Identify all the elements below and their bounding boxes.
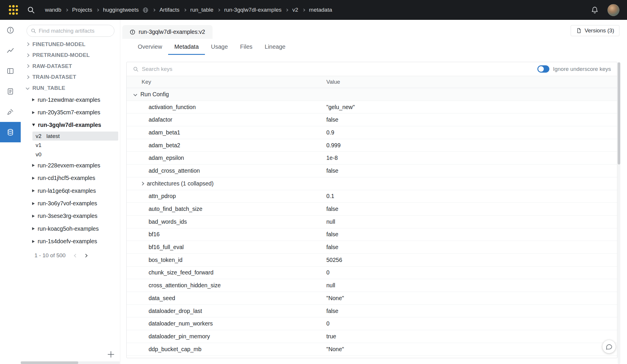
tree-item-run[interactable]: run-3gqlw7dl-examples: [21, 119, 120, 131]
table-row[interactable]: activation_function"gelu_new": [127, 101, 617, 114]
breadcrumb-item[interactable]: huggingtweets: [103, 7, 139, 13]
pagination-next-icon[interactable]: [82, 252, 90, 259]
rail-item-workspace[interactable]: [0, 40, 21, 61]
table-row[interactable]: adafactorfalse: [127, 113, 617, 126]
table-row[interactable]: dataloader_drop_lastfalse: [127, 305, 617, 318]
artifact-search-input[interactable]: [39, 28, 110, 34]
table-row[interactable]: bf16_full_evalfalse: [127, 241, 617, 254]
sidebar-horizontal-scrollbar[interactable]: [21, 361, 120, 364]
tree-item-run[interactable]: run-228evxem-examples: [21, 159, 120, 172]
tab-files[interactable]: Files: [234, 39, 259, 55]
notifications-bell-icon[interactable]: [591, 6, 599, 14]
key-cell: bf16_full_eval: [127, 244, 326, 251]
tree-group-run_table[interactable]: RUN_TABLE: [21, 83, 120, 94]
rail-item-artifacts[interactable]: [0, 122, 21, 142]
artifact-version-tab[interactable]: run-3gqlw7dl-examples:v2: [122, 25, 213, 39]
tab-overview[interactable]: Overview: [132, 39, 168, 55]
tree-item-run[interactable]: run-20y35cm7-examples: [21, 106, 120, 119]
table-row[interactable]: cross_attention_hidden_sizenull: [127, 279, 617, 292]
table-row[interactable]: adam_beta20.999: [127, 139, 617, 152]
breadcrumb-item[interactable]: Projects: [72, 7, 92, 13]
table-row[interactable]: bad_words_idsnull: [127, 216, 617, 228]
key-cell: bf16: [127, 231, 326, 238]
tab-metadata[interactable]: Metadata: [168, 39, 205, 55]
rail-item-overview[interactable]: [0, 20, 21, 40]
tab-usage[interactable]: Usage: [205, 39, 234, 55]
tree-item-run[interactable]: run-3o6y7vof-examples: [21, 197, 120, 210]
rail-item-panels[interactable]: [0, 61, 21, 81]
tree-item-run[interactable]: run-1s4doefv-examples: [21, 235, 120, 248]
tree-item-run[interactable]: run-cd1jhcf5-examples: [21, 172, 120, 184]
tree-item-run[interactable]: run-la1ge6qt-examples: [21, 185, 120, 197]
caret-right-icon: [32, 189, 35, 192]
column-header-key: Key: [127, 79, 326, 85]
user-avatar[interactable]: [607, 4, 619, 16]
table-row[interactable]: data_seed"None": [127, 292, 617, 305]
key-cell: adam_epsilon: [127, 155, 326, 161]
value-cell: false: [326, 244, 617, 251]
rail-item-reports[interactable]: [0, 81, 21, 102]
reports-icon: [6, 88, 14, 95]
ignore-underscore-toggle[interactable]: [537, 65, 549, 73]
top-navbar: wandbProjectshuggingtweetsArtifactsrun_t…: [0, 0, 627, 20]
table-row[interactable]: add_cross_attentionfalse: [127, 164, 617, 177]
breadcrumb-item[interactable]: run_table: [190, 7, 213, 13]
table-row[interactable]: dataloader_num_workers0: [127, 317, 617, 330]
key-cell: bos_token_id: [127, 257, 326, 263]
sweeps-icon: [6, 108, 14, 116]
artifact-search-box[interactable]: [27, 25, 114, 37]
pagination-prev-icon[interactable]: [72, 252, 80, 259]
tree-item-run[interactable]: run-3sese3rg-examples: [21, 210, 120, 222]
caret-right-icon: [32, 240, 35, 243]
tree-group-finetuned-model[interactable]: FINETUNED-MODEL: [21, 39, 120, 50]
table-row[interactable]: bf16false: [127, 228, 617, 241]
value-cell: null: [326, 218, 617, 225]
tree-group-train-dataset[interactable]: TRAIN-DATASET: [21, 72, 120, 83]
table-row[interactable]: dataloader_pin_memorytrue: [127, 330, 617, 343]
table-section-row[interactable]: Run Config: [127, 88, 617, 101]
breadcrumb-item[interactable]: wandb: [45, 7, 61, 13]
table-row[interactable]: adam_beta10.9: [127, 126, 617, 139]
tree-group-label: FINETUNED-MODEL: [32, 41, 86, 48]
tree-item-label: run-la1ge6qt-examples: [38, 188, 96, 194]
breadcrumb-item[interactable]: v2: [292, 7, 298, 13]
search-keys-input[interactable]: [142, 66, 282, 72]
breadcrumb-separator-icon: [97, 9, 99, 11]
artifact-tree: FINETUNED-MODELPRETRAINED-MODELRAW-DATAS…: [21, 39, 120, 248]
table-row[interactable]: auto_find_batch_sizefalse: [127, 203, 617, 216]
chevron-right-icon[interactable]: [140, 182, 144, 186]
tree-item-run[interactable]: run-koacg5oh-examples: [21, 223, 120, 235]
artifact-tab-title: run-3gqlw7dl-examples:v2: [139, 29, 205, 35]
wandb-logo[interactable]: [8, 4, 19, 16]
tree-group-raw-dataset[interactable]: RAW-DATASET: [21, 61, 120, 72]
caret-right-icon: [32, 177, 35, 180]
main-content: run-3gqlw7dl-examples:v2 Versions (3) Ov…: [120, 20, 627, 364]
sidebar-scrollbar-thumb[interactable]: [21, 361, 78, 364]
table-row[interactable]: chunk_size_feed_forward0: [127, 267, 617, 279]
table-row[interactable]: attn_pdrop0.1: [127, 190, 617, 203]
tree-group-pretrained-model[interactable]: PRETRAINED-MODEL: [21, 50, 120, 61]
scrollbar-thumb[interactable]: [618, 62, 620, 164]
tree-version-item[interactable]: v0: [21, 150, 120, 159]
versions-button[interactable]: Versions (3): [571, 25, 619, 36]
table-row[interactable]: ddp_bucket_cap_mb"None": [127, 343, 617, 356]
breadcrumb-item[interactable]: run-3gqlw7dl-examples: [224, 7, 281, 13]
help-chat-button[interactable]: [602, 340, 616, 353]
nav-search-icon[interactable]: [27, 6, 35, 14]
tree-version-item[interactable]: v2latest: [32, 132, 118, 141]
tree-version-item[interactable]: v1: [21, 141, 120, 150]
table-collapsed-row[interactable]: architectures (1 collapsed): [127, 177, 617, 190]
tree-item-run[interactable]: run-1zewdmar-examples: [21, 94, 120, 106]
chevron-right-icon: [26, 75, 29, 79]
tab-lineage[interactable]: Lineage: [259, 39, 292, 55]
vertical-scrollbar[interactable]: [618, 62, 620, 364]
table-row[interactable]: bos_token_id50256: [127, 254, 617, 267]
key-cell: adam_beta2: [127, 142, 326, 149]
rail-item-sweeps[interactable]: [0, 102, 21, 122]
wandb-app: wandbProjectshuggingtweetsArtifactsrun_t…: [0, 0, 627, 364]
add-artifact-plus-icon[interactable]: [107, 350, 115, 359]
breadcrumb-item[interactable]: metadata: [309, 7, 332, 13]
breadcrumb-item[interactable]: Artifacts: [159, 7, 180, 13]
breadcrumb-separator-icon: [184, 9, 186, 11]
table-row[interactable]: adam_epsilon1e-8: [127, 152, 617, 164]
